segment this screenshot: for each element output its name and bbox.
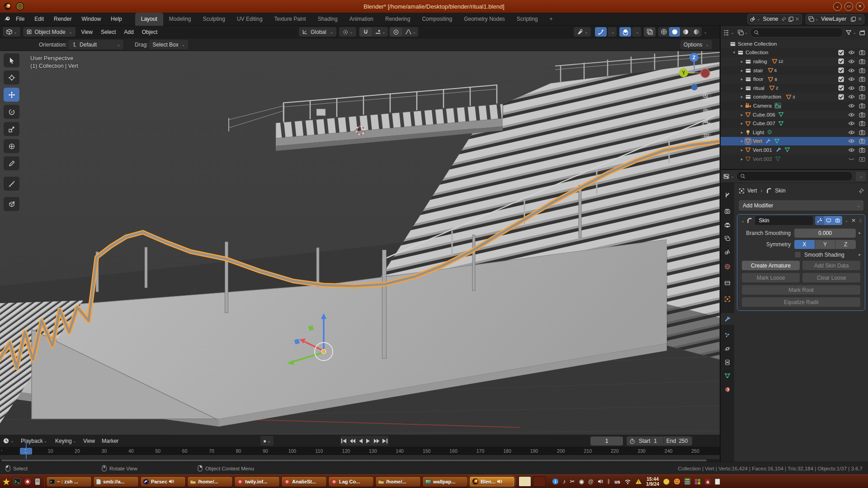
pivot-point-dropdown[interactable]: ⌄ <box>339 27 356 37</box>
exclude-checkbox[interactable] <box>838 58 844 64</box>
taskbar-window-lag-co-[interactable]: Lag Co... <box>328 476 374 487</box>
editor-type-button[interactable]: ⌄ <box>3 27 20 37</box>
symmetry-x-button[interactable]: X <box>794 240 815 249</box>
tab-sculpting[interactable]: Sculpting <box>197 13 231 26</box>
view-layer-selector[interactable]: ⌄ ViewLayer ✕ <box>806 14 864 24</box>
smooth-shading-checkbox[interactable] <box>794 251 801 258</box>
keying-dropdown[interactable]: ⌄ <box>267 439 271 443</box>
region-collapse-icon[interactable]: ‹ <box>716 113 718 118</box>
breadcrumb-modifier[interactable]: Skin <box>775 188 785 194</box>
properties-editor-type[interactable]: ⌄ <box>723 173 734 180</box>
exclude-checkbox[interactable] <box>838 67 844 73</box>
outliner-row-cube-006[interactable]: ▸Cube.006 <box>721 110 868 119</box>
render-toggle[interactable] <box>859 59 865 64</box>
disclosure-arrow[interactable]: ▸ <box>739 86 745 90</box>
outliner-item-label[interactable]: Camera <box>753 103 772 108</box>
disclosure-arrow[interactable]: ▾ <box>731 50 737 55</box>
properties-tab-modifiers[interactable] <box>721 313 734 325</box>
button-mark-loose[interactable]: Mark Loose <box>742 273 800 282</box>
render-toggle[interactable] <box>859 94 865 99</box>
outliner-item-label[interactable]: Collection <box>745 50 769 55</box>
timeline-menu-keying[interactable]: Keying ⌄ <box>55 435 76 447</box>
tool-add-cube[interactable] <box>4 197 19 211</box>
render-toggle[interactable] <box>859 121 865 126</box>
options-dropdown[interactable]: Options ⌄ <box>680 40 712 49</box>
outliner-item-label[interactable]: Cube.007 <box>753 121 775 126</box>
show-gizmo-toggle[interactable] <box>595 27 607 37</box>
properties-tab-object-data[interactable] <box>721 370 734 382</box>
tab-texture-paint[interactable]: Texture Paint <box>269 13 312 26</box>
disclosure-arrow[interactable]: ▸ <box>739 113 745 117</box>
hide-eye-toggle[interactable] <box>848 130 855 135</box>
tray-panel-icon[interactable] <box>715 479 720 485</box>
render-toggle[interactable] <box>859 138 865 144</box>
overlays-dropdown[interactable]: ⌄ <box>632 27 641 37</box>
outliner-row-ritual[interactable]: ▸ritual2 <box>721 84 868 93</box>
tool-cursor[interactable] <box>4 70 19 84</box>
tray-mention-icon[interactable]: @ <box>588 479 594 485</box>
new-view-layer-icon[interactable] <box>850 16 856 22</box>
workspace-1[interactable] <box>519 476 531 487</box>
button-create-armature[interactable]: Create Armature <box>742 261 800 270</box>
orientation-default-dropdown[interactable]: Default ⌄ <box>68 40 123 49</box>
new-collection-button[interactable] <box>859 29 866 36</box>
tab-modeling[interactable]: Modeling <box>163 13 197 26</box>
pin-icon[interactable] <box>781 16 787 22</box>
properties-tab-world[interactable] <box>721 261 734 272</box>
render-toggle[interactable] <box>859 50 865 55</box>
properties-filter-dropdown[interactable]: ⌄ <box>856 172 866 181</box>
current-frame-field[interactable]: 1 <box>590 436 623 446</box>
gizmo-dropdown[interactable]: ⌄ <box>608 27 617 37</box>
render-toggle[interactable] <box>859 147 865 153</box>
hide-eye-toggle[interactable] <box>848 156 855 162</box>
disclosure-arrow[interactable]: ▸ <box>739 121 745 126</box>
outliner-row-vert-002[interactable]: ▸Vert.002 <box>721 155 868 164</box>
tab-layout[interactable]: Layout <box>135 13 163 26</box>
tray-keyboard-layout[interactable]: us <box>614 479 620 485</box>
render-toggle[interactable] <box>859 156 865 162</box>
properties-tab-particles[interactable] <box>721 329 734 341</box>
outliner-row-light[interactable]: ▸Light <box>721 128 868 137</box>
snap-toggle[interactable] <box>360 27 372 37</box>
tab-animation[interactable]: Animation <box>344 13 379 26</box>
outliner-row-collection[interactable]: ▾Collection <box>721 48 868 57</box>
tray-clock[interactable]: 15:441/9/24 <box>646 477 659 487</box>
button-clear-loose[interactable]: Clear Loose <box>802 273 860 282</box>
tool-scale[interactable] <box>4 122 19 136</box>
outliner-row-floor[interactable]: ▸floor8 <box>721 75 868 84</box>
taskbar-window-twily-inf-[interactable]: twily.inf... <box>234 476 280 487</box>
disclosure-arrow[interactable]: ▸ <box>739 59 745 64</box>
hide-eye-toggle[interactable] <box>848 94 855 99</box>
taskbar-window--home-[interactable]: /home/... <box>375 476 421 487</box>
outliner-row-camera[interactable]: ▸Camera <box>721 101 868 110</box>
outliner-item-label[interactable]: construction <box>753 94 781 99</box>
tool-rotate[interactable] <box>4 105 19 119</box>
exclude-checkbox[interactable] <box>838 94 844 100</box>
properties-tab-tool[interactable] <box>721 189 734 201</box>
tray-wifi-icon[interactable] <box>624 479 631 484</box>
outliner-item-label[interactable]: ritual <box>753 85 764 91</box>
taskbar-launcher-files-icon[interactable] <box>34 478 41 485</box>
shading-dropdown[interactable]: ⌄ <box>703 30 707 34</box>
taskbar-window--zsh-[interactable]: ~ : zsh ... <box>46 476 92 487</box>
modifier-remove-button[interactable]: ✕ <box>851 217 856 224</box>
disclosure-arrow[interactable]: ▸ <box>739 103 745 108</box>
hide-eye-toggle[interactable] <box>848 68 855 73</box>
render-toggle[interactable] <box>859 68 865 73</box>
close-button[interactable]: ✕ <box>856 2 864 11</box>
shading-wireframe-button[interactable] <box>658 27 669 37</box>
mode-dropdown[interactable]: Object Mode ⌄ <box>23 27 76 37</box>
button-add-skin-data[interactable]: Add Skin Data <box>802 261 860 270</box>
outliner-item-label[interactable]: floor <box>753 76 763 82</box>
add-modifier-dropdown[interactable]: Add Modifier ⌄ <box>739 200 863 211</box>
tray-warning-icon[interactable] <box>635 479 642 484</box>
drag-mode-dropdown[interactable]: Select Box ⌄ <box>149 40 188 49</box>
tab-geometry-nodes[interactable]: Geometry Nodes <box>458 13 511 26</box>
display-edit-mode-toggle[interactable] <box>815 216 824 225</box>
tab-scripting[interactable]: Scripting <box>511 13 544 26</box>
timeline-editor-type-button[interactable]: ⌄ <box>3 435 14 447</box>
properties-tab-view-layer[interactable] <box>721 233 734 244</box>
workspace-2[interactable] <box>533 476 546 487</box>
tab-compositing[interactable]: Compositing <box>416 13 458 26</box>
auto-key-record-button[interactable]: ● <box>263 438 266 444</box>
